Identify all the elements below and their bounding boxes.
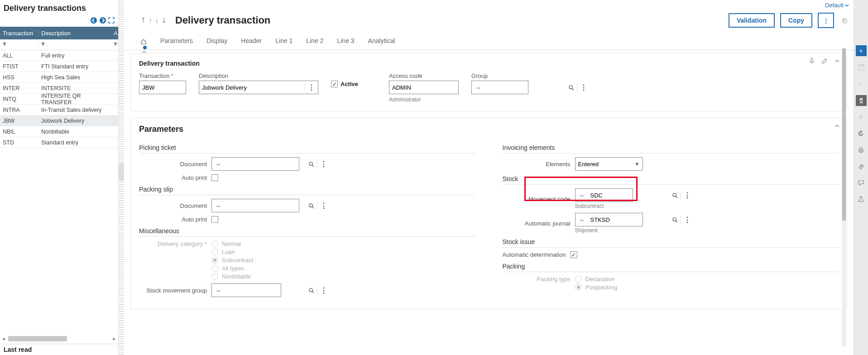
packing-document-input[interactable] xyxy=(224,200,306,211)
delivery-category-label: Delivery category * xyxy=(139,240,207,247)
filter-icon[interactable]: ▾ xyxy=(3,40,6,48)
nav-up-icon[interactable]: ↑ xyxy=(149,16,153,24)
filter-icon[interactable]: ▾ xyxy=(41,40,45,48)
collapse-icon[interactable] xyxy=(834,123,840,129)
print-icon[interactable] xyxy=(856,145,866,155)
link-arrow-icon[interactable]: → xyxy=(575,192,588,199)
nav-prev-icon[interactable] xyxy=(90,17,97,24)
copy-button[interactable]: Copy xyxy=(780,13,812,28)
nav-down-icon[interactable]: ↓ xyxy=(155,16,159,24)
table-row[interactable]: ALLFull entry xyxy=(0,50,118,61)
field-menu-icon[interactable]: ⋮ xyxy=(317,160,330,168)
lookup-icon[interactable] xyxy=(306,203,317,209)
svg-point-6 xyxy=(309,203,312,206)
stock-movement-group-input[interactable] xyxy=(224,284,306,296)
attachment-icon[interactable] xyxy=(856,161,866,171)
home-tab-icon[interactable] xyxy=(140,38,147,45)
field-menu-icon[interactable]: ⋮ xyxy=(577,83,590,92)
table-row[interactable]: NBILNonbillable xyxy=(0,126,118,137)
create-icon[interactable]: ✓ xyxy=(856,79,866,89)
table-row[interactable]: STDStandard entry xyxy=(0,137,118,148)
table-row[interactable]: INTERINTERSITE xyxy=(0,83,118,94)
filter-icon[interactable]: ▾ xyxy=(114,40,117,48)
link-arrow-icon[interactable]: → xyxy=(212,202,224,210)
exit-icon[interactable]: ⎋ xyxy=(842,16,847,25)
tab-header[interactable]: Header xyxy=(241,37,262,46)
pin-icon[interactable] xyxy=(809,58,815,64)
tab-display[interactable]: Display xyxy=(206,37,227,46)
elements-label: Elements xyxy=(503,161,571,168)
auto-determination-checkbox[interactable] xyxy=(571,251,577,258)
more-actions-button[interactable]: ⋮ xyxy=(818,13,834,28)
validation-button[interactable]: Validation xyxy=(729,13,775,28)
refresh-icon[interactable] xyxy=(856,129,866,139)
automatic-journal-input[interactable] xyxy=(588,214,669,225)
link-arrow-icon[interactable]: → xyxy=(472,84,484,91)
elements-select[interactable]: Entered▼ xyxy=(575,157,643,171)
table-row[interactable]: JBWJobwork Delivery xyxy=(0,115,118,126)
packing-auto-print-checkbox[interactable] xyxy=(211,216,218,223)
delivery-category-radio[interactable]: Nonbillable xyxy=(211,273,253,280)
field-menu-icon[interactable]: ⋮ xyxy=(305,83,318,92)
grid-col-extra[interactable]: A xyxy=(114,30,118,37)
subheading-packing: Packing xyxy=(503,263,839,272)
delivery-category-radio[interactable]: All types xyxy=(211,265,253,272)
export-icon[interactable] xyxy=(856,194,866,204)
expand-icon[interactable] xyxy=(108,17,115,24)
nav-last-icon[interactable]: ⤓ xyxy=(161,16,167,24)
subheading-packing-slip: Packing slip xyxy=(139,186,475,195)
table-row[interactable]: FTISTFTI Standard entry xyxy=(0,61,118,72)
description-input[interactable] xyxy=(199,82,305,93)
grid-col-description[interactable]: Description xyxy=(38,30,114,37)
link-arrow-icon[interactable]: → xyxy=(212,287,224,294)
movement-code-input[interactable] xyxy=(588,189,669,201)
table-row[interactable]: INTQINTERSITE QR TRANSFER xyxy=(0,94,118,105)
tab-analytical[interactable]: Analytical xyxy=(368,37,395,46)
access-code-input[interactable] xyxy=(389,82,471,93)
link-arrow-icon[interactable]: → xyxy=(212,160,224,168)
field-menu-icon[interactable]: ⋮ xyxy=(681,191,694,200)
active-label: Active xyxy=(340,81,358,87)
svg-point-0 xyxy=(91,17,97,24)
save-icon[interactable] xyxy=(856,62,866,72)
panel-splitter[interactable] xyxy=(119,0,124,355)
tab-line3[interactable]: Line 3 xyxy=(337,37,355,46)
horizontal-scrollbar[interactable]: ◄ ► xyxy=(1,335,117,342)
packing-type-radio[interactable]: Postpacking xyxy=(575,284,618,291)
nav-first-icon[interactable]: ⤒ xyxy=(140,16,146,24)
vertical-scrollbar[interactable] xyxy=(842,48,846,347)
lookup-icon[interactable] xyxy=(669,217,681,223)
field-menu-icon[interactable]: ⋮ xyxy=(317,201,330,210)
subheading-picking-ticket: Picking ticket xyxy=(139,144,475,154)
lookup-icon[interactable] xyxy=(306,161,317,167)
nav-next-icon[interactable] xyxy=(99,17,106,24)
layout-default-dropdown[interactable]: Default xyxy=(825,2,849,9)
active-checkbox[interactable] xyxy=(331,81,338,87)
collapse-icon[interactable] xyxy=(834,58,840,64)
tab-line1[interactable]: Line 1 xyxy=(275,37,293,46)
delivery-category-radio[interactable]: Subcontract xyxy=(211,257,253,264)
table-row[interactable]: HSSHigh Sea Sales xyxy=(0,72,118,83)
lookup-icon[interactable] xyxy=(566,85,577,91)
grid-col-transaction[interactable]: Transaction xyxy=(0,30,38,37)
link-arrow-icon[interactable]: → xyxy=(575,216,588,224)
picking-auto-print-checkbox[interactable] xyxy=(211,174,218,181)
table-row[interactable]: INTRAIn-Transit Sales delivery xyxy=(0,105,118,115)
cancel-icon[interactable]: ✕ xyxy=(856,112,866,122)
comment-icon[interactable] xyxy=(856,178,866,187)
field-menu-icon[interactable]: ⋮ xyxy=(317,286,330,295)
description-label: Description xyxy=(199,72,318,79)
field-menu-icon[interactable]: ⋮ xyxy=(681,216,694,224)
edit-icon[interactable] xyxy=(821,58,828,64)
delivery-category-radio[interactable]: Normal xyxy=(211,240,253,247)
delivery-category-radio[interactable]: Loan xyxy=(211,249,253,255)
packing-type-radio[interactable]: Declarative xyxy=(575,276,618,283)
picking-document-input[interactable] xyxy=(224,158,306,170)
delete-icon[interactable] xyxy=(856,95,867,106)
group-input[interactable] xyxy=(484,82,566,93)
new-icon[interactable]: ＋ xyxy=(856,45,867,56)
lookup-icon[interactable] xyxy=(306,288,317,293)
tab-line2[interactable]: Line 2 xyxy=(306,37,323,46)
tab-parameters[interactable]: Parameters xyxy=(160,37,193,46)
lookup-icon[interactable] xyxy=(669,192,681,198)
